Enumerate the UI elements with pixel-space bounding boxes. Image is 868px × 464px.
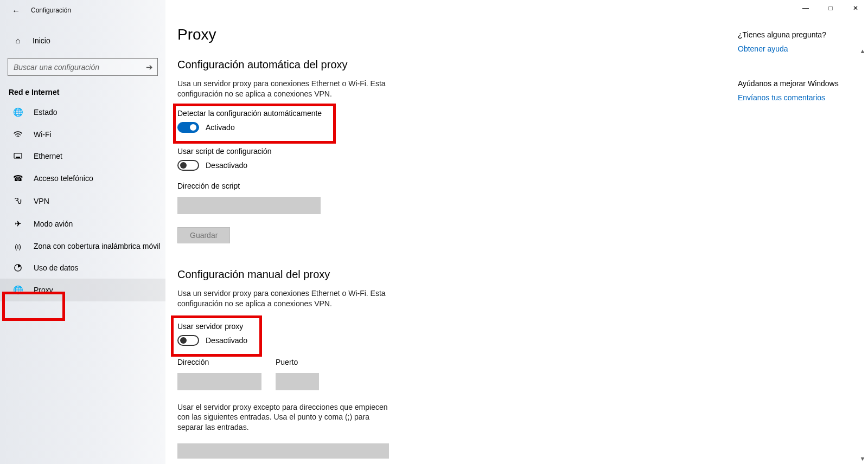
hotspot-icon: (ι) (13, 242, 23, 250)
script-toggle[interactable] (177, 160, 199, 171)
scroll-up-icon[interactable]: ▲ (858, 48, 867, 54)
status-icon: 🌐 (13, 107, 23, 117)
search-box[interactable]: ➔ (8, 58, 158, 76)
sidebar-item-label: Uso de datos (34, 263, 79, 272)
detect-label: Detectar la configuración automáticament… (177, 109, 322, 118)
use-proxy-toggle[interactable] (177, 335, 199, 346)
scrollbar[interactable]: ▲ ▼ (858, 48, 867, 462)
home-button[interactable]: ⌂ Inicio (0, 30, 165, 50)
home-label: Inicio (33, 36, 50, 45)
help-panel: ¿Tienes alguna pregunta? Obtener ayuda A… (738, 0, 868, 464)
search-icon: ➔ (146, 62, 153, 72)
sidebar-item-label: Zona con cobertura inalámbrica móvil (34, 242, 160, 250)
back-arrow-icon[interactable]: ← (12, 6, 20, 15)
script-toggle-state: Desactivado (206, 161, 247, 170)
sidebar-item-label: VPN (34, 197, 49, 205)
ethernet-icon (13, 152, 23, 160)
sidebar-item-label: Modo avión (34, 220, 73, 228)
sidebar-item-dialup[interactable]: ☎ Acceso telefónico (0, 167, 165, 190)
detect-toggle-state: Activado (206, 123, 235, 132)
dialup-icon: ☎ (13, 173, 23, 183)
sidebar-item-label: Ethernet (34, 152, 62, 160)
nav-list: 🌐 Estado Wi-Fi Ethernet ☎ Acceso telefón… (0, 101, 165, 301)
minimize-button[interactable]: — (793, 0, 818, 16)
auto-section-title: Configuración automática del proxy (177, 59, 722, 71)
airplane-icon: ✈ (13, 219, 23, 229)
script-address-input[interactable] (177, 197, 321, 214)
save-button[interactable]: Guardar (177, 227, 230, 243)
auto-section-desc: Usa un servidor proxy para conexiones Et… (177, 79, 389, 99)
sidebar-item-label: Proxy (34, 286, 53, 294)
help-feedback-link[interactable]: Envíanos tus comentarios (738, 93, 858, 102)
exceptions-desc: Usar el servidor proxy excepto para dire… (177, 402, 389, 433)
script-address-label: Dirección de script (177, 182, 722, 190)
sidebar-item-label: Estado (34, 108, 58, 117)
content: Proxy Configuración automática del proxy… (165, 0, 738, 464)
use-proxy-state: Desactivado (206, 336, 247, 345)
sidebar-item-wifi[interactable]: Wi-Fi (0, 124, 165, 145)
sidebar-item-label: Wi-Fi (34, 130, 52, 139)
page-title: Proxy (177, 26, 722, 43)
help-get-help-link[interactable]: Obtener ayuda (738, 44, 858, 53)
sidebar: ← Configuración ⌂ Inicio ➔ Red e Interne… (0, 0, 165, 464)
datausage-icon (13, 263, 23, 272)
detect-toggle[interactable] (177, 122, 199, 133)
sidebar-header: ← Configuración (0, 0, 165, 23)
sidebar-item-estado[interactable]: 🌐 Estado (0, 101, 165, 124)
script-toggle-label: Usar script de configuración (177, 147, 722, 156)
sidebar-item-proxy[interactable]: 🌐 Proxy (0, 279, 165, 301)
sidebar-item-hotspot[interactable]: (ι) Zona con cobertura inalámbrica móvil (0, 235, 165, 257)
address-label: Dirección (177, 358, 261, 366)
port-input[interactable] (276, 373, 319, 390)
proxy-icon: 🌐 (13, 285, 23, 295)
scroll-down-icon[interactable]: ▼ (858, 455, 867, 462)
close-button[interactable]: ✕ (843, 0, 868, 16)
main-area: Proxy Configuración automática del proxy… (165, 0, 868, 464)
window-controls: — □ ✕ (793, 0, 868, 16)
sidebar-item-airplane[interactable]: ✈ Modo avión (0, 212, 165, 235)
home-icon: ⌂ (13, 36, 23, 45)
manual-section-desc: Usa un servidor proxy para conexiones Et… (177, 288, 389, 309)
sidebar-section-label: Red e Internet (0, 76, 165, 101)
use-proxy-label: Usar servidor proxy (177, 322, 247, 331)
help-question-block: ¿Tienes alguna pregunta? Obtener ayuda (738, 30, 858, 53)
help-feedback-heading: Ayúdanos a mejorar Windows (738, 79, 858, 88)
help-question-heading: ¿Tienes alguna pregunta? (738, 30, 858, 39)
exceptions-input[interactable] (177, 443, 389, 459)
maximize-button[interactable]: □ (818, 0, 843, 16)
sidebar-item-ethernet[interactable]: Ethernet (0, 145, 165, 167)
app-root: ← Configuración ⌂ Inicio ➔ Red e Interne… (0, 0, 868, 464)
sidebar-item-datausage[interactable]: Uso de datos (0, 257, 165, 279)
wifi-icon (13, 131, 23, 138)
sidebar-item-vpn[interactable]: Ԅ VPN (0, 190, 165, 212)
search-input[interactable] (14, 63, 146, 72)
vpn-icon: Ԅ (13, 196, 23, 206)
manual-section-title: Configuración manual del proxy (177, 268, 722, 281)
address-input[interactable] (177, 373, 261, 390)
svg-rect-1 (16, 157, 20, 158)
window-title: Configuración (31, 7, 71, 14)
sidebar-item-label: Acceso telefónico (34, 174, 93, 183)
help-feedback-block: Ayúdanos a mejorar Windows Envíanos tus … (738, 79, 858, 102)
port-label: Puerto (276, 358, 319, 366)
